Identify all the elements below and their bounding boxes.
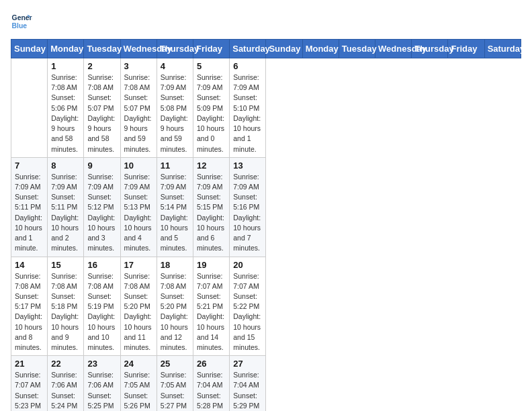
header-day-monday: Monday — [48, 40, 84, 58]
day-info: Sunrise: 7:05 AM Sunset: 5:27 PM Dayligh… — [161, 370, 189, 411]
day-number: 19 — [197, 260, 226, 270]
day-info: Sunrise: 7:09 AM Sunset: 5:11 PM Dayligh… — [51, 172, 80, 254]
day-number: 1 — [51, 61, 80, 71]
calendar-cell: 24Sunrise: 7:05 AM Sunset: 5:26 PM Dayli… — [120, 356, 157, 411]
calendar-cell: 19Sunrise: 7:07 AM Sunset: 5:21 PM Dayli… — [193, 257, 230, 356]
day-number: 5 — [197, 61, 226, 71]
calendar-cell: 14Sunrise: 7:08 AM Sunset: 5:17 PM Dayli… — [11, 257, 48, 356]
day-info: Sunrise: 7:09 AM Sunset: 5:08 PM Dayligh… — [161, 73, 189, 154]
calendar-cell: 27Sunrise: 7:04 AM Sunset: 5:29 PM Dayli… — [230, 356, 266, 411]
calendar-cell: 13Sunrise: 7:09 AM Sunset: 5:16 PM Dayli… — [230, 157, 266, 257]
day-info: Sunrise: 7:09 AM Sunset: 5:15 PM Dayligh… — [197, 172, 226, 254]
day-info: Sunrise: 7:07 AM Sunset: 5:22 PM Dayligh… — [233, 271, 262, 353]
day-info: Sunrise: 7:09 AM Sunset: 5:14 PM Dayligh… — [161, 172, 189, 254]
day-number: 17 — [124, 260, 153, 270]
calendar-cell: 7Sunrise: 7:09 AM Sunset: 5:11 PM Daylig… — [11, 157, 48, 257]
day-number: 3 — [124, 61, 153, 71]
day-number: 13 — [233, 161, 262, 171]
calendar-cell: 5Sunrise: 7:09 AM Sunset: 5:09 PM Daylig… — [193, 58, 230, 158]
calendar-cell: 25Sunrise: 7:05 AM Sunset: 5:27 PM Dayli… — [157, 356, 193, 411]
day-number: 4 — [161, 61, 189, 71]
calendar-cell: 16Sunrise: 7:08 AM Sunset: 5:19 PM Dayli… — [84, 257, 120, 356]
header-day-tuesday: Tuesday — [84, 40, 120, 58]
calendar-cell: 18Sunrise: 7:08 AM Sunset: 5:20 PM Dayli… — [157, 257, 193, 356]
calendar-cell: 17Sunrise: 7:08 AM Sunset: 5:20 PM Dayli… — [120, 257, 157, 356]
day-info: Sunrise: 7:09 AM Sunset: 5:09 PM Dayligh… — [197, 73, 226, 154]
header-day-monday: Monday — [302, 40, 339, 58]
header-day-sunday: Sunday — [11, 40, 48, 58]
calendar-cell: 4Sunrise: 7:09 AM Sunset: 5:08 PM Daylig… — [157, 58, 193, 158]
calendar-cell: 22Sunrise: 7:06 AM Sunset: 5:24 PM Dayli… — [48, 356, 84, 411]
calendar-cell: 1Sunrise: 7:08 AM Sunset: 5:06 PM Daylig… — [48, 58, 84, 158]
calendar-cell: 11Sunrise: 7:09 AM Sunset: 5:14 PM Dayli… — [157, 157, 193, 257]
header-row: SundayMondayTuesdayWednesdayThursdayFrid… — [11, 40, 521, 58]
header-day-tuesday: Tuesday — [339, 40, 375, 58]
day-number: 6 — [233, 61, 262, 71]
day-number: 25 — [161, 359, 189, 369]
day-number: 26 — [197, 359, 226, 369]
day-info: Sunrise: 7:09 AM Sunset: 5:13 PM Dayligh… — [124, 172, 153, 254]
day-info: Sunrise: 7:09 AM Sunset: 5:16 PM Dayligh… — [233, 172, 262, 254]
day-number: 27 — [233, 359, 262, 369]
day-info: Sunrise: 7:06 AM Sunset: 5:24 PM Dayligh… — [51, 370, 80, 411]
calendar-cell: 3Sunrise: 7:08 AM Sunset: 5:07 PM Daylig… — [120, 58, 157, 158]
calendar-cell: 9Sunrise: 7:09 AM Sunset: 5:12 PM Daylig… — [84, 157, 120, 257]
day-number: 14 — [15, 260, 44, 270]
logo: General Blue — [11, 11, 32, 32]
day-number: 24 — [124, 359, 153, 369]
header-day-saturday: Saturday — [230, 40, 266, 58]
header-day-sunday: Sunday — [266, 40, 302, 58]
header-day-thursday: Thursday — [157, 40, 193, 58]
header-day-saturday: Saturday — [484, 40, 521, 58]
day-number: 21 — [15, 359, 44, 369]
header-day-friday: Friday — [193, 40, 230, 58]
day-number: 16 — [87, 260, 116, 270]
day-info: Sunrise: 7:08 AM Sunset: 5:19 PM Dayligh… — [87, 271, 116, 353]
day-info: Sunrise: 7:08 AM Sunset: 5:07 PM Dayligh… — [87, 73, 116, 154]
day-info: Sunrise: 7:09 AM Sunset: 5:11 PM Dayligh… — [15, 172, 44, 254]
day-info: Sunrise: 7:08 AM Sunset: 5:18 PM Dayligh… — [51, 271, 80, 353]
page-header: General Blue — [11, 11, 521, 32]
week-row-1: 1Sunrise: 7:08 AM Sunset: 5:06 PM Daylig… — [11, 58, 521, 158]
header-day-wednesday: Wednesday — [120, 40, 157, 58]
day-number: 18 — [161, 260, 189, 270]
day-info: Sunrise: 7:06 AM Sunset: 5:25 PM Dayligh… — [87, 370, 116, 411]
logo-icon: General Blue — [11, 11, 32, 32]
day-number: 10 — [124, 161, 153, 171]
day-number: 20 — [233, 260, 262, 270]
calendar-cell: 26Sunrise: 7:04 AM Sunset: 5:28 PM Dayli… — [193, 356, 230, 411]
calendar-cell — [11, 58, 48, 158]
calendar-table: SundayMondayTuesdayWednesdayThursdayFrid… — [11, 39, 521, 411]
calendar-cell: 15Sunrise: 7:08 AM Sunset: 5:18 PM Dayli… — [48, 257, 84, 356]
day-info: Sunrise: 7:08 AM Sunset: 5:20 PM Dayligh… — [161, 271, 189, 353]
header-day-friday: Friday — [448, 40, 484, 58]
day-number: 22 — [51, 359, 80, 369]
day-info: Sunrise: 7:09 AM Sunset: 5:12 PM Dayligh… — [87, 172, 116, 254]
day-info: Sunrise: 7:04 AM Sunset: 5:29 PM Dayligh… — [233, 370, 262, 411]
day-info: Sunrise: 7:08 AM Sunset: 5:07 PM Dayligh… — [124, 73, 153, 154]
week-row-3: 14Sunrise: 7:08 AM Sunset: 5:17 PM Dayli… — [11, 257, 521, 356]
calendar-cell: 6Sunrise: 7:09 AM Sunset: 5:10 PM Daylig… — [230, 58, 266, 158]
day-info: Sunrise: 7:08 AM Sunset: 5:17 PM Dayligh… — [15, 271, 44, 353]
week-row-4: 21Sunrise: 7:07 AM Sunset: 5:23 PM Dayli… — [11, 356, 521, 411]
week-row-2: 7Sunrise: 7:09 AM Sunset: 5:11 PM Daylig… — [11, 157, 521, 257]
calendar-cell: 12Sunrise: 7:09 AM Sunset: 5:15 PM Dayli… — [193, 157, 230, 257]
day-number: 2 — [87, 61, 116, 71]
day-number: 8 — [51, 161, 80, 171]
day-info: Sunrise: 7:08 AM Sunset: 5:20 PM Dayligh… — [124, 271, 153, 353]
day-number: 15 — [51, 260, 80, 270]
day-number: 11 — [161, 161, 189, 171]
calendar-cell: 8Sunrise: 7:09 AM Sunset: 5:11 PM Daylig… — [48, 157, 84, 257]
day-number: 12 — [197, 161, 226, 171]
header-day-wednesday: Wednesday — [375, 40, 412, 58]
day-number: 23 — [87, 359, 116, 369]
day-info: Sunrise: 7:09 AM Sunset: 5:10 PM Dayligh… — [233, 73, 262, 154]
day-info: Sunrise: 7:08 AM Sunset: 5:06 PM Dayligh… — [51, 73, 80, 154]
day-info: Sunrise: 7:07 AM Sunset: 5:23 PM Dayligh… — [15, 370, 44, 411]
header-day-thursday: Thursday — [412, 40, 448, 58]
svg-text:Blue: Blue — [12, 22, 28, 30]
calendar-cell: 20Sunrise: 7:07 AM Sunset: 5:22 PM Dayli… — [230, 257, 266, 356]
day-info: Sunrise: 7:05 AM Sunset: 5:26 PM Dayligh… — [124, 370, 153, 411]
day-number: 9 — [87, 161, 116, 171]
day-info: Sunrise: 7:07 AM Sunset: 5:21 PM Dayligh… — [197, 271, 226, 353]
